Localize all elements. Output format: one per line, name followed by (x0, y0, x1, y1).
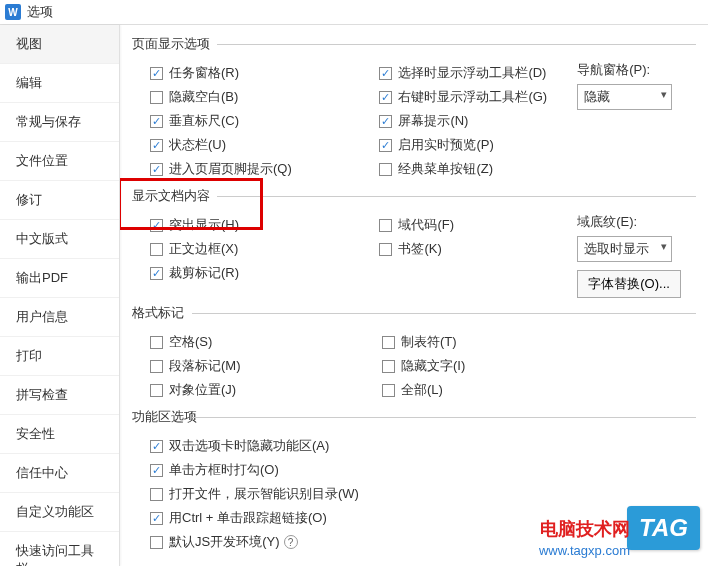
checkbox-fieldcode[interactable] (379, 219, 392, 232)
sidebar-item-pdf[interactable]: 输出PDF (0, 259, 119, 298)
section-title-doc-content: 显示文档内容 (132, 187, 696, 205)
section-title-page-display: 页面显示选项 (132, 35, 696, 53)
sidebar-item-userinfo[interactable]: 用户信息 (0, 298, 119, 337)
window-title: 选项 (27, 3, 53, 21)
label-space: 空格(S) (169, 333, 212, 351)
content-pane: 页面显示选项 任务窗格(R) 隐藏空白(B) 垂直标尺(C) 状态栏(U) 进入… (120, 25, 708, 566)
label-fieldcode: 域代码(F) (398, 216, 454, 234)
sidebar-item-security[interactable]: 安全性 (0, 415, 119, 454)
sidebar-item-general[interactable]: 常规与保存 (0, 103, 119, 142)
label-paragraph: 段落标记(M) (169, 357, 241, 375)
checkbox-smarttoc[interactable] (150, 488, 163, 501)
checkbox-screentip[interactable] (379, 115, 392, 128)
checkbox-vruler[interactable] (150, 115, 163, 128)
checkbox-tab[interactable] (382, 336, 395, 349)
label-screentip: 屏幕提示(N) (398, 112, 468, 130)
checkbox-clickcheck[interactable] (150, 464, 163, 477)
label-classicmenu: 经典菜单按钮(Z) (398, 160, 493, 178)
label-selecttoolbar: 选择时显示浮动工具栏(D) (398, 64, 546, 82)
label-statusbar: 状态栏(U) (169, 136, 226, 154)
label-rightclicktoolbar: 右键时显示浮动工具栏(G) (398, 88, 547, 106)
label-all: 全部(L) (401, 381, 443, 399)
checkbox-livepreview[interactable] (379, 139, 392, 152)
label-textborder: 正文边框(X) (169, 240, 238, 258)
label-dblclickhide: 双击选项卡时隐藏功能区(A) (169, 437, 329, 455)
checkbox-taskpane[interactable] (150, 67, 163, 80)
sidebar: 视图 编辑 常规与保存 文件位置 修订 中文版式 输出PDF 用户信息 打印 拼… (0, 25, 120, 566)
checkbox-rightclicktoolbar[interactable] (379, 91, 392, 104)
checkbox-headerfooter[interactable] (150, 163, 163, 176)
select-fieldshading[interactable]: 选取时显示 (577, 236, 672, 262)
checkbox-paragraph[interactable] (150, 360, 163, 373)
sidebar-item-view[interactable]: 视图 (0, 25, 119, 64)
sidebar-item-revision[interactable]: 修订 (0, 181, 119, 220)
sidebar-item-trust[interactable]: 信任中心 (0, 454, 119, 493)
label-cropmark: 裁剪标记(R) (169, 264, 239, 282)
checkbox-textborder[interactable] (150, 243, 163, 256)
section-format-mark: 格式标记 空格(S) 段落标记(M) 对象位置(J) 制表符(T) 隐藏文字(I… (132, 304, 696, 402)
section-ribbon: 功能区选项 双击选项卡时隐藏功能区(A) 单击方框时打勾(O) 打开文件，展示智… (132, 408, 696, 554)
section-title-format-mark: 格式标记 (132, 304, 696, 322)
sidebar-item-quickaccess[interactable]: 快速访问工具栏 (0, 532, 119, 566)
checkbox-hideblank[interactable] (150, 91, 163, 104)
label-hiddentext: 隐藏文字(I) (401, 357, 465, 375)
label-objectpos: 对象位置(J) (169, 381, 236, 399)
checkbox-statusbar[interactable] (150, 139, 163, 152)
sidebar-item-print[interactable]: 打印 (0, 337, 119, 376)
select-navpane[interactable]: 隐藏 (577, 84, 672, 110)
checkbox-all[interactable] (382, 384, 395, 397)
label-fieldshading: 域底纹(E): (577, 213, 696, 231)
checkbox-cropmark[interactable] (150, 267, 163, 280)
sidebar-item-edit[interactable]: 编辑 (0, 64, 119, 103)
checkbox-dblclickhide[interactable] (150, 440, 163, 453)
label-vruler: 垂直标尺(C) (169, 112, 239, 130)
label-headerfooter: 进入页眉页脚提示(Q) (169, 160, 292, 178)
label-ctrlclick: 用Ctrl + 单击跟踪超链接(O) (169, 509, 327, 527)
titlebar: W 选项 (0, 0, 708, 25)
label-clickcheck: 单击方框时打勾(O) (169, 461, 279, 479)
label-taskpane: 任务窗格(R) (169, 64, 239, 82)
sidebar-item-filelocation[interactable]: 文件位置 (0, 142, 119, 181)
checkbox-selecttoolbar[interactable] (379, 67, 392, 80)
sidebar-item-chinese[interactable]: 中文版式 (0, 220, 119, 259)
label-navpane: 导航窗格(P): (577, 61, 696, 79)
label-jsdev: 默认JS开发环境(Y) (169, 533, 280, 551)
label-hideblank: 隐藏空白(B) (169, 88, 238, 106)
checkbox-classicmenu[interactable] (379, 163, 392, 176)
sidebar-item-customize[interactable]: 自定义功能区 (0, 493, 119, 532)
checkbox-jsdev[interactable] (150, 536, 163, 549)
checkbox-objectpos[interactable] (150, 384, 163, 397)
section-title-ribbon: 功能区选项 (132, 408, 696, 426)
section-doc-content: 显示文档内容 突出显示(H) 正文边框(X) 裁剪标记(R) 域代码(F) 书签… (132, 187, 696, 298)
main-area: 视图 编辑 常规与保存 文件位置 修订 中文版式 输出PDF 用户信息 打印 拼… (0, 25, 708, 566)
section-page-display: 页面显示选项 任务窗格(R) 隐藏空白(B) 垂直标尺(C) 状态栏(U) 进入… (132, 35, 696, 181)
label-smarttoc: 打开文件，展示智能识别目录(W) (169, 485, 359, 503)
checkbox-ctrlclick[interactable] (150, 512, 163, 525)
label-livepreview: 启用实时预览(P) (398, 136, 493, 154)
label-bookmark: 书签(K) (398, 240, 441, 258)
button-fontreplace[interactable]: 字体替换(O)... (577, 270, 681, 298)
sidebar-item-spellcheck[interactable]: 拼写检查 (0, 376, 119, 415)
checkbox-space[interactable] (150, 336, 163, 349)
label-highlight: 突出显示(H) (169, 216, 239, 234)
app-icon: W (5, 4, 21, 20)
checkbox-highlight[interactable] (150, 219, 163, 232)
checkbox-hiddentext[interactable] (382, 360, 395, 373)
help-icon[interactable]: ? (284, 535, 298, 549)
label-tab: 制表符(T) (401, 333, 457, 351)
checkbox-bookmark[interactable] (379, 243, 392, 256)
tag-badge: TAG (627, 506, 700, 550)
